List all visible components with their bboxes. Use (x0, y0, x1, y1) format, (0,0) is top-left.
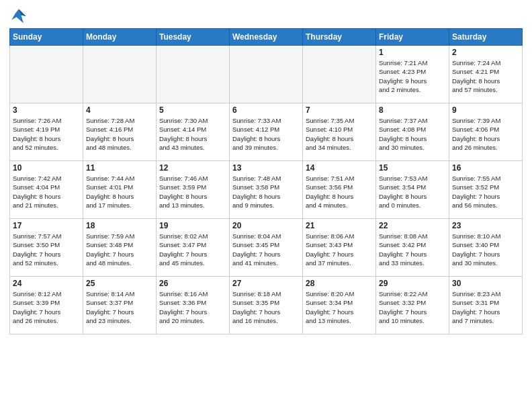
day-number: 25 (86, 279, 153, 288)
calendar-cell: 27Sunrise: 8:18 AM Sunset: 3:35 PM Dayli… (230, 277, 303, 334)
svg-marker-0 (12, 9, 26, 24)
day-info: Sunrise: 8:02 AM Sunset: 3:47 PM Dayligh… (159, 232, 226, 267)
calendar-cell (230, 46, 303, 103)
day-info: Sunrise: 8:04 AM Sunset: 3:45 PM Dayligh… (232, 232, 300, 267)
day-info: Sunrise: 7:57 AM Sunset: 3:50 PM Dayligh… (13, 232, 80, 267)
calendar-cell: 4Sunrise: 7:28 AM Sunset: 4:16 PM Daylig… (83, 103, 157, 161)
day-info: Sunrise: 7:53 AM Sunset: 3:54 PM Dayligh… (379, 174, 446, 210)
calendar-cell: 12Sunrise: 7:46 AM Sunset: 3:59 PM Dayli… (157, 161, 230, 219)
calendar-cell: 13Sunrise: 7:48 AM Sunset: 3:58 PM Dayli… (230, 161, 303, 219)
calendar-header-monday: Monday (83, 29, 157, 46)
day-info: Sunrise: 7:21 AM Sunset: 4:23 PM Dayligh… (379, 58, 446, 94)
calendar-cell: 17Sunrise: 7:57 AM Sunset: 3:50 PM Dayli… (10, 219, 83, 277)
calendar-cell (10, 46, 83, 103)
calendar-week-4: 24Sunrise: 8:12 AM Sunset: 3:39 PM Dayli… (10, 277, 523, 334)
calendar-cell: 21Sunrise: 8:06 AM Sunset: 3:43 PM Dayli… (303, 219, 376, 277)
day-info: Sunrise: 7:48 AM Sunset: 3:58 PM Dayligh… (232, 174, 300, 210)
calendar-cell: 19Sunrise: 8:02 AM Sunset: 3:47 PM Dayli… (157, 219, 230, 277)
calendar-cell: 2Sunrise: 7:24 AM Sunset: 4:21 PM Daylig… (449, 46, 523, 103)
calendar-cell: 7Sunrise: 7:35 AM Sunset: 4:10 PM Daylig… (303, 103, 376, 161)
logo-icon (9, 7, 28, 26)
day-info: Sunrise: 8:20 AM Sunset: 3:34 PM Dayligh… (306, 289, 373, 325)
calendar-cell: 26Sunrise: 8:16 AM Sunset: 3:36 PM Dayli… (157, 277, 230, 334)
day-info: Sunrise: 7:39 AM Sunset: 4:06 PM Dayligh… (452, 116, 519, 152)
calendar-header-wednesday: Wednesday (230, 29, 303, 46)
day-number: 30 (452, 279, 519, 288)
calendar-week-2: 10Sunrise: 7:42 AM Sunset: 4:04 PM Dayli… (10, 161, 523, 219)
calendar-cell: 11Sunrise: 7:44 AM Sunset: 4:01 PM Dayli… (83, 161, 157, 219)
day-number: 2 (452, 48, 519, 57)
calendar-cell (83, 46, 157, 103)
day-number: 28 (306, 279, 373, 288)
calendar-cell: 16Sunrise: 7:55 AM Sunset: 3:52 PM Dayli… (449, 161, 523, 219)
day-number: 14 (306, 163, 373, 173)
day-info: Sunrise: 8:14 AM Sunset: 3:37 PM Dayligh… (86, 289, 153, 325)
day-number: 5 (159, 105, 226, 115)
day-info: Sunrise: 8:12 AM Sunset: 3:39 PM Dayligh… (13, 289, 80, 325)
day-info: Sunrise: 7:33 AM Sunset: 4:12 PM Dayligh… (232, 116, 300, 152)
day-info: Sunrise: 7:42 AM Sunset: 4:04 PM Dayligh… (13, 174, 80, 210)
header (9, 7, 523, 26)
calendar-cell: 10Sunrise: 7:42 AM Sunset: 4:04 PM Dayli… (10, 161, 83, 219)
calendar-cell: 25Sunrise: 8:14 AM Sunset: 3:37 PM Dayli… (83, 277, 157, 334)
day-number: 21 (306, 221, 373, 230)
day-number: 18 (86, 221, 153, 230)
day-number: 10 (13, 163, 80, 173)
calendar-cell (303, 46, 376, 103)
day-number: 29 (379, 279, 446, 288)
day-number: 6 (232, 105, 300, 115)
calendar-week-1: 3Sunrise: 7:26 AM Sunset: 4:19 PM Daylig… (10, 103, 523, 161)
day-info: Sunrise: 7:26 AM Sunset: 4:19 PM Dayligh… (13, 116, 80, 152)
day-number: 19 (159, 221, 226, 230)
day-number: 13 (232, 163, 300, 173)
day-number: 1 (379, 48, 446, 57)
day-info: Sunrise: 7:59 AM Sunset: 3:48 PM Dayligh… (86, 232, 153, 267)
calendar-header-friday: Friday (376, 29, 449, 46)
day-number: 12 (159, 163, 226, 173)
day-number: 11 (86, 163, 153, 173)
calendar-cell: 8Sunrise: 7:37 AM Sunset: 4:08 PM Daylig… (376, 103, 449, 161)
day-number: 4 (86, 105, 153, 115)
day-number: 16 (452, 163, 519, 173)
day-number: 22 (379, 221, 446, 230)
calendar-header-tuesday: Tuesday (157, 29, 230, 46)
page-container: SundayMondayTuesdayWednesdayThursdayFrid… (0, 0, 532, 338)
day-info: Sunrise: 8:06 AM Sunset: 3:43 PM Dayligh… (306, 232, 373, 267)
calendar-header-saturday: Saturday (449, 29, 523, 46)
day-number: 26 (159, 279, 226, 288)
calendar-cell: 20Sunrise: 8:04 AM Sunset: 3:45 PM Dayli… (230, 219, 303, 277)
day-number: 15 (379, 163, 446, 173)
calendar-cell: 6Sunrise: 7:33 AM Sunset: 4:12 PM Daylig… (230, 103, 303, 161)
calendar-cell: 23Sunrise: 8:10 AM Sunset: 3:40 PM Dayli… (449, 219, 523, 277)
day-info: Sunrise: 7:35 AM Sunset: 4:10 PM Dayligh… (306, 116, 373, 152)
day-info: Sunrise: 7:51 AM Sunset: 3:56 PM Dayligh… (306, 174, 373, 210)
calendar-cell: 14Sunrise: 7:51 AM Sunset: 3:56 PM Dayli… (303, 161, 376, 219)
calendar-header-thursday: Thursday (303, 29, 376, 46)
calendar-cell: 15Sunrise: 7:53 AM Sunset: 3:54 PM Dayli… (376, 161, 449, 219)
calendar-cell (157, 46, 230, 103)
logo (9, 7, 31, 26)
calendar-week-0: 1Sunrise: 7:21 AM Sunset: 4:23 PM Daylig… (10, 46, 523, 103)
calendar-header-row: SundayMondayTuesdayWednesdayThursdayFrid… (10, 29, 523, 46)
calendar-table: SundayMondayTuesdayWednesdayThursdayFrid… (9, 28, 523, 334)
day-number: 27 (232, 279, 300, 288)
day-number: 7 (306, 105, 373, 115)
day-info: Sunrise: 7:46 AM Sunset: 3:59 PM Dayligh… (159, 174, 226, 210)
day-info: Sunrise: 7:28 AM Sunset: 4:16 PM Dayligh… (86, 116, 153, 152)
calendar-cell: 22Sunrise: 8:08 AM Sunset: 3:42 PM Dayli… (376, 219, 449, 277)
calendar-week-3: 17Sunrise: 7:57 AM Sunset: 3:50 PM Dayli… (10, 219, 523, 277)
calendar-cell: 9Sunrise: 7:39 AM Sunset: 4:06 PM Daylig… (449, 103, 523, 161)
day-number: 8 (379, 105, 446, 115)
day-info: Sunrise: 7:24 AM Sunset: 4:21 PM Dayligh… (452, 58, 519, 94)
day-info: Sunrise: 7:44 AM Sunset: 4:01 PM Dayligh… (86, 174, 153, 210)
calendar-cell: 30Sunrise: 8:23 AM Sunset: 3:31 PM Dayli… (449, 277, 523, 334)
day-info: Sunrise: 8:16 AM Sunset: 3:36 PM Dayligh… (159, 289, 226, 325)
day-info: Sunrise: 7:55 AM Sunset: 3:52 PM Dayligh… (452, 174, 519, 210)
calendar-cell: 1Sunrise: 7:21 AM Sunset: 4:23 PM Daylig… (376, 46, 449, 103)
day-info: Sunrise: 8:10 AM Sunset: 3:40 PM Dayligh… (452, 232, 519, 267)
calendar-cell: 24Sunrise: 8:12 AM Sunset: 3:39 PM Dayli… (10, 277, 83, 334)
day-info: Sunrise: 8:08 AM Sunset: 3:42 PM Dayligh… (379, 232, 446, 267)
day-info: Sunrise: 7:30 AM Sunset: 4:14 PM Dayligh… (159, 116, 226, 152)
day-number: 24 (13, 279, 80, 288)
day-number: 3 (13, 105, 80, 115)
